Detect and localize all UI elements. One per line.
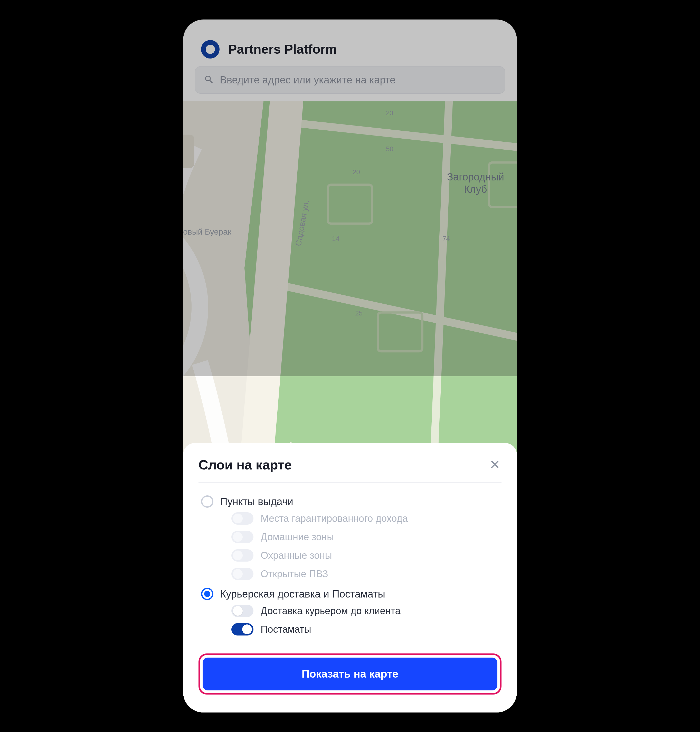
option-row: Доставка курьером до клиента [231,605,499,617]
map-house-number: 14 [332,235,340,243]
device-frame: Partners Platform [183,19,517,713]
option-row: Места гарантированного дохода [231,512,499,525]
group-radio-row[interactable]: Курьерская доставка и Постаматы [201,588,499,600]
app-header: Partners Platform [183,19,517,66]
sheet-header: Слои на карте [199,457,501,483]
map-house-number: 25 [355,309,363,317]
close-button[interactable] [488,458,501,471]
option-label: Доставка курьером до клиента [261,606,401,616]
toggle-switch[interactable] [231,531,253,543]
radio-checked-icon [201,588,213,600]
search-icon [204,75,214,86]
option-label: Охранные зоны [261,550,332,561]
toggle-switch[interactable] [231,549,253,562]
group-label: Пункты выдачи [220,496,293,508]
map-house-number: 74 [443,235,450,243]
search-field[interactable] [195,66,505,94]
option-label: Места гарантированного дохода [261,513,408,524]
map-house-number: 50 [386,145,393,153]
sheet-title: Слои на карте [199,457,292,472]
option-row: Открытые ПВЗ [231,568,499,580]
toggle-switch[interactable] [231,512,253,525]
layer-group-pickup: Пункты выдачи Места гарантированного дох… [201,495,499,580]
logo-icon [201,40,219,59]
svg-rect-4 [183,135,194,168]
radio-unchecked-icon [201,495,213,508]
toggle-switch[interactable] [231,623,253,635]
option-row: Домашние зоны [231,531,499,543]
layers-sheet: Слои на карте Пункты выдачи Места гарант… [183,443,517,713]
search-container [183,66,517,101]
group-radio-row[interactable]: Пункты выдачи [201,495,499,508]
map-area-label: овый Буерак [183,227,231,237]
cta-highlight: Показать на карте [199,653,501,695]
layer-group-courier: Курьерская доставка и Постаматы Доставка… [201,588,499,635]
map-house-number: 23 [386,109,393,117]
search-input[interactable] [220,74,496,86]
show-on-map-button[interactable]: Показать на карте [203,657,497,690]
close-icon [490,459,500,471]
map-poi-label: ЗагородныйКлуб [447,171,504,195]
option-label: Открытые ПВЗ [261,569,328,579]
option-row: Постаматы [231,623,499,635]
group-label: Курьерская доставка и Постаматы [220,588,385,600]
map-house-number: 20 [353,168,360,176]
layer-groups: Пункты выдачи Места гарантированного дох… [199,483,501,653]
option-label: Домашние зоны [261,531,334,543]
app-title: Partners Platform [228,42,337,57]
toggle-switch[interactable] [231,605,253,617]
option-label: Постаматы [261,624,311,635]
option-row: Охранные зоны [231,549,499,562]
toggle-switch[interactable] [231,568,253,580]
